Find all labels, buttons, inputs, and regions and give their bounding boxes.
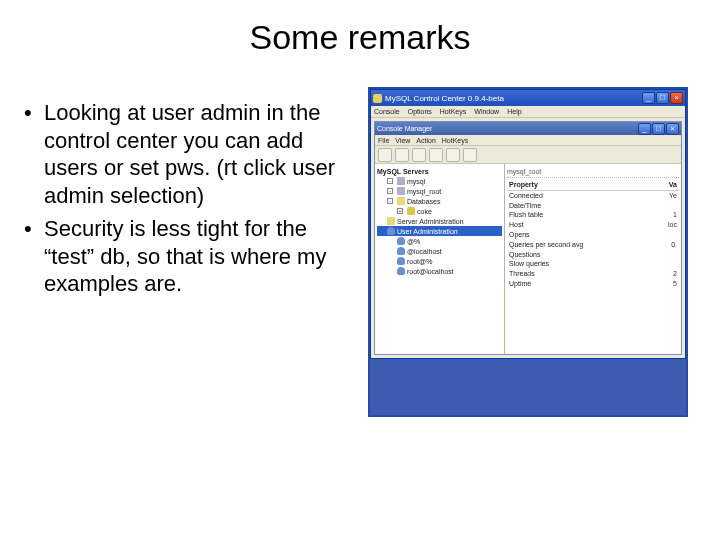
outer-titlebar: MySQL Control Center 0.9.4-beta _ □ × xyxy=(371,90,685,106)
tree-expander-icon[interactable]: + xyxy=(397,208,403,214)
tree-item[interactable]: +coke xyxy=(377,206,502,216)
inner-window-title: Console Manager xyxy=(377,125,432,132)
outer-menubar: Console Options HotKeys Window Help xyxy=(371,106,685,118)
menu-item[interactable]: Help xyxy=(507,108,521,115)
property-key: Queries per second avg xyxy=(509,240,583,250)
tree-item-label: coke xyxy=(417,208,432,215)
menu-item[interactable]: Options xyxy=(408,108,432,115)
tree-expander-icon[interactable]: - xyxy=(387,198,393,204)
toolbar-button[interactable] xyxy=(378,148,392,162)
tree-item[interactable]: @% xyxy=(377,236,502,246)
menu-item[interactable]: File xyxy=(378,137,389,144)
bullet-item: Looking at user admin in the control cen… xyxy=(20,99,360,209)
property-value: 0. xyxy=(671,240,677,250)
tree-item[interactable]: root@% xyxy=(377,256,502,266)
property-key: Opens xyxy=(509,230,530,240)
user-icon xyxy=(397,237,405,245)
tree-expander-icon[interactable]: - xyxy=(387,188,393,194)
tree-item-label: root@localhost xyxy=(407,268,454,275)
app-icon xyxy=(373,94,382,103)
property-value: loc xyxy=(668,220,677,230)
menu-item[interactable]: View xyxy=(395,137,410,144)
tree-item-label: mysql_root xyxy=(407,188,441,195)
property-row: Hostloc xyxy=(507,220,679,230)
property-row: Opens xyxy=(507,230,679,240)
menu-item[interactable]: HotKeys xyxy=(440,108,466,115)
property-row: Flush table1 xyxy=(507,210,679,220)
toolbar-button[interactable] xyxy=(463,148,477,162)
slide-title: Some remarks xyxy=(0,0,720,67)
properties-panel: mysql_root Property Va ConnectedYeDate/T… xyxy=(505,164,681,354)
tree-item-label: @localhost xyxy=(407,248,442,255)
tree-expander-icon[interactable]: - xyxy=(387,178,393,184)
toolbar-button[interactable] xyxy=(412,148,426,162)
close-button[interactable]: × xyxy=(670,92,683,104)
user-icon xyxy=(397,257,405,265)
property-key: Flush table xyxy=(509,210,543,220)
tree-item[interactable]: Server Administration xyxy=(377,216,502,226)
property-row: Uptime5 xyxy=(507,279,679,289)
user-icon xyxy=(397,247,405,255)
property-key: Threads xyxy=(509,269,535,279)
minimize-button[interactable]: _ xyxy=(642,92,655,104)
property-row: ConnectedYe xyxy=(507,191,679,201)
toolbar-button[interactable] xyxy=(395,148,409,162)
folder-icon xyxy=(397,197,405,205)
property-value: Ye xyxy=(669,191,677,201)
serv-icon xyxy=(397,177,405,185)
tree-item[interactable]: User Administration xyxy=(377,226,502,236)
tree-item[interactable]: -Databases xyxy=(377,196,502,206)
bullet-list: Looking at user admin in the control cen… xyxy=(20,87,360,417)
inner-titlebar: Console Manager _ □ × xyxy=(375,122,681,135)
props-col-value: Va xyxy=(669,180,677,190)
toolbar-button[interactable] xyxy=(446,148,460,162)
user-icon xyxy=(387,227,395,235)
tree-item-label: Server Administration xyxy=(397,218,464,225)
bullet-item: Security is less tight for the “test” db… xyxy=(20,215,360,298)
menu-item[interactable]: Console xyxy=(374,108,400,115)
property-key: Questions xyxy=(509,250,541,260)
property-value: 2 xyxy=(673,269,677,279)
menu-item[interactable]: Window xyxy=(474,108,499,115)
property-key: Slow queries xyxy=(509,259,549,269)
toolbar-button[interactable] xyxy=(429,148,443,162)
server-tree[interactable]: MySQL Servers -mysql-mysql_root-Database… xyxy=(375,164,505,354)
props-col-property: Property xyxy=(509,180,538,190)
property-value: 1 xyxy=(673,210,677,220)
db-icon xyxy=(407,207,415,215)
tree-item-label: root@% xyxy=(407,258,432,265)
property-row: Slow queries xyxy=(507,259,679,269)
property-row: Questions xyxy=(507,250,679,260)
property-row: Queries per second avg0. xyxy=(507,240,679,250)
tree-item-label: Databases xyxy=(407,198,440,205)
minimize-button[interactable]: _ xyxy=(638,123,651,135)
maximize-button[interactable]: □ xyxy=(652,123,665,135)
inner-toolbar xyxy=(375,146,681,164)
tree-item-label: User Administration xyxy=(397,228,458,235)
user-icon xyxy=(397,267,405,275)
app-window: MySQL Control Center 0.9.4-beta _ □ × Co… xyxy=(370,89,686,359)
menu-item[interactable]: Action xyxy=(416,137,435,144)
close-button[interactable]: × xyxy=(666,123,679,135)
inner-menubar: File View Action HotKeys xyxy=(375,135,681,146)
outer-window-title: MySQL Control Center 0.9.4-beta xyxy=(385,94,504,103)
tree-item[interactable]: -mysql xyxy=(377,176,502,186)
slide-body: Looking at user admin in the control cen… xyxy=(0,67,720,417)
tree-item[interactable]: -mysql_root xyxy=(377,186,502,196)
console-window: Console Manager _ □ × File View Action H… xyxy=(374,121,682,355)
tree-item-label: @% xyxy=(407,238,420,245)
property-key: Uptime xyxy=(509,279,531,289)
property-key: Host xyxy=(509,220,523,230)
tree-item-label: mysql xyxy=(407,178,425,185)
property-value: 5 xyxy=(673,279,677,289)
screenshot-figure: MySQL Control Center 0.9.4-beta _ □ × Co… xyxy=(368,87,688,417)
tree-root[interactable]: MySQL Servers xyxy=(377,167,502,176)
property-row: Date/Time xyxy=(507,201,679,211)
menu-item[interactable]: HotKeys xyxy=(442,137,468,144)
properties-section: mysql_root xyxy=(507,167,679,178)
serv-icon xyxy=(397,187,405,195)
tree-item[interactable]: root@localhost xyxy=(377,266,502,276)
maximize-button[interactable]: □ xyxy=(656,92,669,104)
tree-item[interactable]: @localhost xyxy=(377,246,502,256)
property-key: Connected xyxy=(509,191,543,201)
